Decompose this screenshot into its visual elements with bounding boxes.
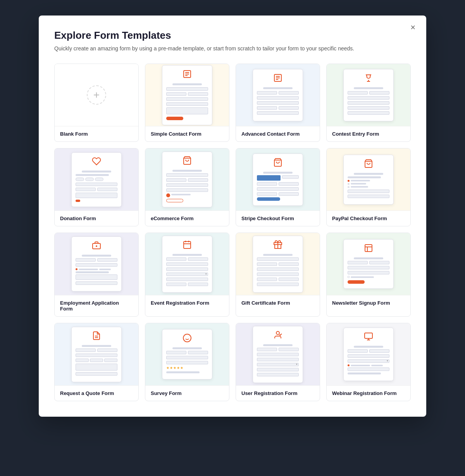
form-preview bbox=[162, 152, 212, 207]
template-label-donation: Donation Form bbox=[55, 210, 138, 226]
template-preview-event-registration bbox=[145, 233, 229, 295]
form-type-icon bbox=[257, 73, 299, 85]
template-preview-user-registration bbox=[236, 323, 320, 385]
template-preview-donation bbox=[55, 148, 138, 210]
template-card-quote[interactable]: Request a Quote Form bbox=[54, 323, 139, 401]
modal-subtitle: Quickly create an amazing form by using … bbox=[54, 45, 411, 53]
form-type-icon bbox=[348, 332, 389, 343]
template-label-paypal-checkout: PayPal Checkout Form bbox=[327, 210, 410, 226]
form-preview bbox=[162, 65, 212, 125]
template-label-newsletter: Newsletter Signup Form bbox=[327, 295, 410, 310]
templates-grid: + Blank Form Simple Contact Form bbox=[54, 64, 411, 401]
template-preview-blank: + bbox=[55, 64, 138, 126]
template-preview-newsletter bbox=[327, 233, 410, 295]
form-preview bbox=[343, 69, 394, 121]
template-label-ecommerce: eCommerce Form bbox=[145, 210, 229, 226]
form-preview: ★★★★★ bbox=[162, 329, 212, 379]
template-label-gift-certificate: Gift Certificate Form bbox=[236, 295, 320, 310]
modal-dialog: × Explore Form Templates Quickly create … bbox=[39, 16, 426, 417]
template-label-simple-contact: Simple Contact Form bbox=[145, 126, 229, 141]
template-card-simple-contact[interactable]: Simple Contact Form bbox=[145, 64, 229, 142]
svg-rect-20 bbox=[365, 245, 372, 252]
svg-point-28 bbox=[276, 331, 279, 335]
form-preview bbox=[343, 239, 394, 289]
form-preview bbox=[253, 69, 303, 121]
template-label-stripe-checkout: Stripe Checkout Form bbox=[236, 210, 320, 226]
form-type-icon bbox=[76, 157, 117, 168]
template-card-blank[interactable]: + Blank Form bbox=[54, 64, 139, 142]
form-type-icon bbox=[166, 240, 208, 252]
template-preview-gift-certificate bbox=[236, 233, 320, 295]
template-preview-contest-entry bbox=[327, 64, 410, 126]
template-card-employment[interactable]: Employment Application Form bbox=[54, 233, 139, 317]
close-button[interactable]: × bbox=[407, 22, 418, 33]
template-preview-simple-contact bbox=[145, 64, 229, 126]
template-label-advanced-contact: Advanced Contact Form bbox=[236, 126, 320, 141]
form-type-icon bbox=[257, 240, 299, 252]
template-label-user-registration: User Registration Form bbox=[236, 385, 320, 401]
template-card-paypal-checkout[interactable]: PayPal Checkout Form bbox=[326, 148, 411, 226]
form-type-icon bbox=[257, 158, 299, 169]
template-card-ecommerce[interactable]: eCommerce Form bbox=[145, 148, 229, 226]
template-label-contest-entry: Contest Entry Form bbox=[327, 126, 410, 141]
template-card-donation[interactable]: Donation Form bbox=[54, 148, 139, 226]
template-card-user-registration[interactable]: User Registration Form bbox=[236, 323, 320, 401]
template-card-advanced-contact[interactable]: Advanced Contact Form bbox=[236, 64, 320, 142]
svg-rect-14 bbox=[184, 241, 191, 248]
template-preview-quote bbox=[55, 323, 138, 385]
form-type-icon bbox=[166, 333, 208, 345]
blank-plus-icon: + bbox=[87, 85, 106, 105]
template-card-webinar[interactable]: Webinar Registration Form bbox=[326, 323, 411, 401]
template-preview-webinar bbox=[327, 323, 410, 385]
form-preview bbox=[343, 328, 394, 381]
template-label-webinar: Webinar Registration Form bbox=[327, 385, 410, 401]
template-label-event-registration: Event Registration Form bbox=[145, 295, 229, 310]
form-preview bbox=[343, 155, 394, 205]
template-label-quote: Request a Quote Form bbox=[55, 385, 138, 401]
template-preview-stripe-checkout bbox=[236, 148, 320, 210]
template-card-survey[interactable]: ★★★★★ Survey Form bbox=[145, 323, 229, 401]
modal-title: Explore Form Templates bbox=[54, 29, 411, 41]
template-card-stripe-checkout[interactable]: Stripe Checkout Form bbox=[236, 148, 320, 226]
template-card-event-registration[interactable]: Event Registration Form bbox=[145, 233, 229, 317]
template-preview-advanced-contact bbox=[236, 64, 320, 126]
template-preview-employment bbox=[55, 233, 138, 295]
form-type-icon bbox=[166, 69, 208, 81]
template-label-employment: Employment Application Form bbox=[55, 295, 138, 316]
form-type-icon bbox=[348, 243, 389, 255]
form-type-icon bbox=[348, 159, 389, 171]
form-preview bbox=[253, 236, 303, 293]
template-preview-ecommerce bbox=[145, 148, 229, 210]
form-type-icon bbox=[257, 330, 299, 342]
template-card-contest-entry[interactable]: Contest Entry Form bbox=[326, 64, 411, 142]
form-type-icon bbox=[76, 241, 117, 252]
template-label-survey: Survey Form bbox=[145, 385, 229, 401]
form-preview bbox=[71, 236, 122, 291]
modal-overlay[interactable]: × Explore Form Templates Quickly create … bbox=[0, 0, 465, 476]
form-type-icon bbox=[166, 156, 208, 167]
template-card-gift-certificate[interactable]: Gift Certificate Form bbox=[236, 233, 320, 317]
form-preview bbox=[71, 327, 122, 382]
form-preview bbox=[253, 153, 303, 206]
form-preview bbox=[71, 152, 122, 207]
template-card-newsletter[interactable]: Newsletter Signup Form bbox=[326, 233, 411, 317]
template-preview-survey: ★★★★★ bbox=[145, 323, 229, 385]
form-type-icon bbox=[76, 331, 117, 343]
template-preview-paypal-checkout bbox=[327, 148, 410, 210]
svg-point-25 bbox=[183, 334, 191, 342]
form-type-icon bbox=[348, 73, 389, 85]
form-preview bbox=[253, 326, 303, 383]
template-label-blank: Blank Form bbox=[55, 126, 138, 141]
svg-rect-29 bbox=[365, 333, 372, 338]
form-preview bbox=[162, 236, 212, 293]
